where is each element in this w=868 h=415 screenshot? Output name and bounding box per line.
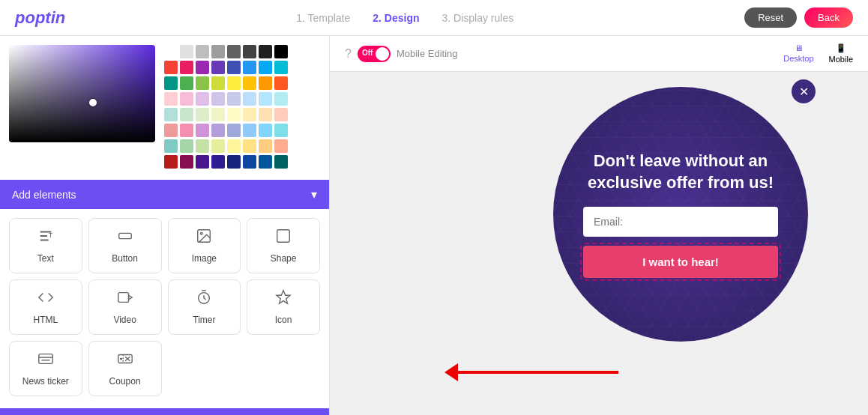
color-swatch[interactable]: [196, 92, 209, 106]
color-swatch[interactable]: [164, 124, 178, 137]
element-item-news-ticker[interactable]: News ticker: [9, 341, 82, 396]
color-swatch[interactable]: [164, 61, 178, 74]
svg-rect-4: [277, 230, 290, 243]
element-label: Image: [192, 253, 217, 264]
color-swatch[interactable]: [259, 139, 272, 153]
html-icon: [37, 289, 54, 310]
popup-email-input[interactable]: [583, 207, 778, 237]
color-swatch[interactable]: [274, 45, 288, 58]
gradient-handle[interactable]: [89, 99, 97, 106]
color-swatch[interactable]: [274, 108, 288, 121]
color-swatch[interactable]: [243, 92, 256, 106]
color-swatch[interactable]: [211, 92, 225, 106]
color-swatch[interactable]: [211, 61, 225, 74]
red-arrow: [453, 371, 618, 374]
news-ticker-icon: [37, 351, 54, 372]
color-swatch[interactable]: [259, 76, 272, 90]
color-swatch[interactable]: [211, 76, 225, 90]
element-label: Text: [37, 253, 54, 264]
color-swatch[interactable]: [211, 155, 225, 169]
color-swatch[interactable]: [274, 155, 288, 169]
step-3[interactable]: 3. Display rules: [442, 12, 514, 24]
input-fields-header[interactable]: Input fields ▴: [0, 408, 329, 415]
color-swatch[interactable]: [259, 92, 272, 106]
color-swatch[interactable]: [164, 76, 178, 90]
popup-cta-button[interactable]: I want to hear!: [583, 246, 778, 278]
color-swatch[interactable]: [164, 108, 178, 121]
color-swatch[interactable]: [180, 139, 193, 153]
color-swatch[interactable]: [227, 92, 241, 106]
color-swatch[interactable]: [180, 155, 193, 169]
element-item-icon[interactable]: Icon: [247, 279, 320, 335]
color-swatch[interactable]: [259, 124, 272, 137]
element-item-video[interactable]: Video: [88, 279, 162, 335]
color-swatch[interactable]: [196, 139, 209, 153]
color-swatch[interactable]: [274, 76, 288, 90]
color-swatch[interactable]: [227, 108, 241, 121]
color-swatch[interactable]: [243, 108, 256, 121]
color-swatch[interactable]: [180, 61, 193, 74]
color-swatch[interactable]: [227, 155, 241, 169]
back-button[interactable]: Back: [804, 7, 853, 28]
color-swatch[interactable]: [243, 124, 256, 137]
color-swatch[interactable]: [164, 92, 178, 106]
color-swatch[interactable]: [274, 61, 288, 74]
color-swatch[interactable]: [196, 108, 209, 121]
color-swatch[interactable]: [227, 61, 241, 74]
element-item-image[interactable]: Image: [168, 218, 241, 273]
color-swatch[interactable]: [227, 45, 241, 58]
color-swatch[interactable]: [259, 155, 272, 169]
color-swatch[interactable]: [211, 108, 225, 121]
color-swatch[interactable]: [196, 61, 209, 74]
color-swatch[interactable]: [259, 61, 272, 74]
color-swatch[interactable]: [243, 76, 256, 90]
color-swatch[interactable]: [274, 124, 288, 137]
color-swatch[interactable]: [180, 108, 193, 121]
color-swatch[interactable]: [164, 155, 178, 169]
color-swatch[interactable]: [243, 139, 256, 153]
color-swatch[interactable]: [196, 76, 209, 90]
element-item-html[interactable]: HTML: [9, 279, 82, 335]
svg-rect-5: [118, 293, 128, 303]
element-item-button[interactable]: Button: [88, 218, 162, 273]
step-2[interactable]: 2. Design: [373, 12, 419, 24]
color-swatch[interactable]: [211, 139, 225, 153]
color-swatch[interactable]: [196, 124, 209, 137]
element-item-coupon[interactable]: Coupon: [88, 341, 162, 396]
popup-close-button[interactable]: ✕: [792, 79, 816, 103]
color-swatch[interactable]: [259, 45, 272, 58]
element-item-shape[interactable]: Shape: [247, 218, 320, 273]
element-label: News ticker: [22, 376, 69, 387]
element-item-text[interactable]: T Text: [9, 218, 82, 273]
color-swatch[interactable]: [211, 45, 225, 58]
color-swatch[interactable]: [274, 139, 288, 153]
desktop-view-button[interactable]: 🖥 Desktop: [783, 43, 813, 64]
color-swatch[interactable]: [164, 45, 178, 58]
color-swatch[interactable]: [180, 92, 193, 106]
svg-text:T: T: [49, 231, 53, 239]
color-swatch[interactable]: [180, 76, 193, 90]
color-picker-area: [0, 36, 329, 180]
color-swatch[interactable]: [196, 155, 209, 169]
color-swatch[interactable]: [243, 155, 256, 169]
color-swatch[interactable]: [227, 139, 241, 153]
color-swatch[interactable]: [243, 61, 256, 74]
preview-area: ✕ Don't leave without an exclusive offer…: [330, 72, 868, 415]
color-swatch[interactable]: [196, 45, 209, 58]
color-swatch[interactable]: [227, 124, 241, 137]
add-elements-header[interactable]: Add elements ▾: [0, 180, 329, 209]
color-swatch[interactable]: [164, 139, 178, 153]
color-swatch[interactable]: [274, 92, 288, 106]
mobile-editing-toggle[interactable]: Off: [358, 46, 391, 62]
color-gradient-canvas[interactable]: [9, 45, 155, 142]
color-swatch[interactable]: [211, 124, 225, 137]
color-swatch[interactable]: [227, 76, 241, 90]
reset-button[interactable]: Reset: [744, 7, 797, 28]
step-1[interactable]: 1. Template: [296, 12, 350, 24]
color-swatch[interactable]: [243, 45, 256, 58]
color-swatch[interactable]: [180, 124, 193, 137]
color-swatch[interactable]: [259, 108, 272, 121]
element-item-timer[interactable]: Timer: [168, 279, 241, 335]
mobile-view-button[interactable]: 📱 Mobile: [829, 43, 853, 64]
color-swatch[interactable]: [180, 45, 193, 58]
